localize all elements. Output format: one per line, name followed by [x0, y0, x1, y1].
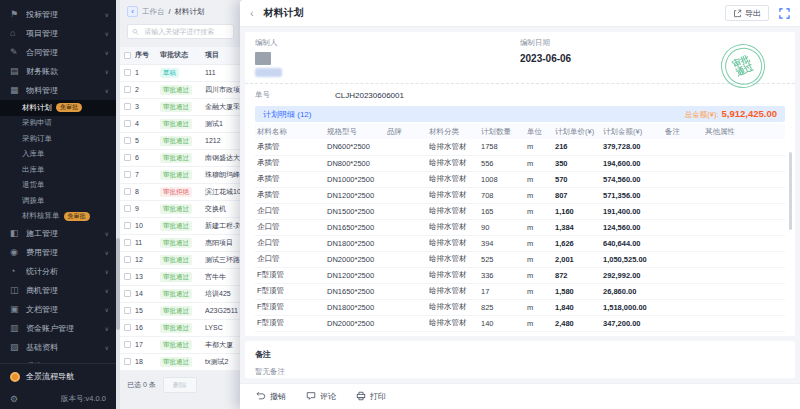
row-checkbox[interactable] — [124, 137, 131, 144]
sidebar-item-construction[interactable]: ◧施工管理∨ — [0, 224, 116, 243]
row-checkbox[interactable] — [124, 171, 131, 178]
detail-column-header: 备注 — [663, 124, 703, 139]
list-row[interactable]: 11审批通过惠阳项目 — [120, 234, 240, 251]
sidebar-subitem-purchase-request[interactable]: 采购申请 — [0, 116, 116, 132]
collapse-drawer-icon[interactable]: ‹ — [250, 7, 254, 19]
row-checkbox[interactable] — [124, 256, 131, 263]
scrollbar-thumb[interactable] — [116, 238, 120, 330]
sidebar-subitem-material-settlement[interactable]: 材料核算单免审批 — [0, 209, 116, 225]
detail-cell: F型顶管 — [255, 299, 325, 315]
fullscreen-button[interactable] — [779, 8, 790, 19]
sidebar-item-home[interactable]: ⌂项目管理∨ — [0, 24, 116, 43]
detail-cell: 216 — [553, 139, 601, 155]
detail-cell: 17 — [479, 283, 525, 299]
list-row[interactable]: 18审批通过tx测试2 — [120, 353, 240, 370]
sidebar-item-finance[interactable]: ▤财务账款∨ — [0, 62, 116, 81]
detail-cell: 574,560.00 — [601, 171, 663, 187]
list-row[interactable]: 9审批通过交换机 — [120, 200, 240, 217]
row-checkbox[interactable] — [124, 341, 131, 348]
detail-cell — [663, 299, 703, 315]
list-row[interactable]: 7审批通过珠穆朗玛峰 — [120, 166, 240, 183]
table-scrollbar[interactable] — [789, 152, 792, 230]
row-checkbox[interactable] — [124, 307, 131, 314]
sidebar-item-expense[interactable]: ◉费用管理∨ — [0, 243, 116, 262]
list-row[interactable]: 13审批通过宫牛牛 — [120, 268, 240, 285]
row-checkbox[interactable] — [124, 120, 131, 127]
list-row[interactable]: 15审批通过A23G2511 — [120, 302, 240, 319]
undo-button[interactable]: 撤销 — [256, 391, 286, 403]
select-all-checkbox[interactable] — [124, 52, 131, 59]
status-badge: 审批通过 — [160, 323, 192, 333]
export-button[interactable]: 导出 — [725, 5, 769, 21]
detail-cell: 给排水管材 — [427, 299, 479, 315]
list-row[interactable]: 17审批通过丰都大厦 — [120, 336, 240, 353]
list-row[interactable]: 4审批通过测试1 — [120, 115, 240, 132]
list-row[interactable]: 14审批通过培训425 — [120, 285, 240, 302]
detail-cell: 承插管 — [255, 171, 325, 187]
sidebar-item-label: 商机管理 — [26, 285, 99, 296]
sidebar-subitem-inbound[interactable]: 入库单 — [0, 147, 116, 163]
list-row[interactable]: 6审批通过南钢盛达大厦 — [120, 149, 240, 166]
list-row[interactable]: 8审批拒绝滨江花城10期 — [120, 183, 240, 200]
row-checkbox[interactable] — [124, 273, 131, 280]
list-row[interactable]: 5审批通过1212 — [120, 132, 240, 149]
row-checkbox[interactable] — [124, 222, 131, 229]
detail-cell — [703, 155, 785, 171]
sidebar-item-funds[interactable]: ▥资金账户管理∨ — [0, 319, 116, 338]
row-checkbox[interactable] — [124, 103, 131, 110]
page-scrollbar[interactable] — [116, 0, 120, 409]
list-row[interactable]: 16审批通过LYSC — [120, 319, 240, 336]
detail-cell — [703, 203, 785, 219]
breadcrumb-current: 材料计划 — [175, 7, 205, 17]
comment-icon — [306, 391, 316, 403]
sidebar-item-box[interactable]: ▦物料管理∨ — [0, 81, 116, 100]
gear-icon[interactable]: ⚙ — [10, 394, 18, 404]
detail-cell — [663, 171, 703, 187]
sidebar-item-flag[interactable]: ⚑投标管理∨ — [0, 5, 116, 24]
row-checkbox[interactable] — [124, 188, 131, 195]
detail-cell: DN1200*2500 — [325, 187, 385, 203]
sidebar-item-basic[interactable]: ▨基础资料∨ — [0, 338, 116, 357]
sidebar-item-contract[interactable]: ✎合同管理∨ — [0, 43, 116, 62]
breadcrumb-root[interactable]: 工作台 — [142, 7, 165, 17]
detail-row: F型顶管DN1800*2500给排水管材825m1,8401,518,000.0… — [255, 299, 785, 315]
list-row[interactable]: 1草稿111 — [120, 64, 240, 81]
detail-cell: 191,400.00 — [601, 203, 663, 219]
list-row[interactable]: 2审批通过四川市政项目 — [120, 81, 240, 98]
sidebar-subitem-transfer[interactable]: 调拨单 — [0, 193, 116, 209]
row-no: 7 — [133, 166, 158, 183]
sidebar-item-business[interactable]: ◫商机管理∨ — [0, 281, 116, 300]
row-checkbox[interactable] — [124, 239, 131, 246]
search-input[interactable] — [142, 27, 229, 36]
back-button[interactable]: ‹ — [127, 6, 138, 17]
row-checkbox[interactable] — [124, 290, 131, 297]
delete-button[interactable]: 删除 — [163, 377, 197, 393]
panorama-nav[interactable]: 全景流程导航 — [0, 364, 116, 389]
print-button[interactable]: 打印 — [356, 391, 386, 403]
sidebar-item-label: 统计分析 — [26, 266, 99, 277]
row-checkbox[interactable] — [124, 324, 131, 331]
row-checkbox[interactable] — [124, 154, 131, 161]
list-row[interactable]: 3审批通过金融大厦采购 — [120, 98, 240, 115]
list-row[interactable]: 12审批通过测试三环路 — [120, 251, 240, 268]
sidebar-subitem-purchase-order[interactable]: 采购订单 — [0, 131, 116, 147]
detail-cell: m — [525, 219, 553, 235]
row-checkbox[interactable] — [124, 205, 131, 212]
sidebar-item-doc[interactable]: ▣文档管理∨ — [0, 300, 116, 319]
detail-row: 承插管DN600*2500给排水管材1758m216379,728.00 — [255, 139, 785, 155]
comment-button[interactable]: 评论 — [306, 391, 336, 403]
detail-cell: F型顶管 — [255, 267, 325, 283]
detail-cell: 企口管 — [255, 219, 325, 235]
sidebar-subitem-material-plan[interactable]: 材料计划免审批 — [0, 100, 116, 116]
sidebar-subitem-label: 材料计划 — [22, 103, 52, 113]
sidebar-subitem-returns[interactable]: 退货单 — [0, 178, 116, 194]
row-checkbox[interactable] — [124, 86, 131, 93]
panorama-nav-icon — [10, 372, 20, 382]
detail-cell — [703, 171, 785, 187]
sidebar-subitem-outbound[interactable]: 出库单 — [0, 162, 116, 178]
row-checkbox[interactable] — [124, 358, 131, 365]
status-badge: 审批通过 — [160, 289, 192, 299]
row-checkbox[interactable] — [124, 69, 131, 76]
sidebar-item-stats[interactable]: ◔统计分析∨ — [0, 262, 116, 281]
list-row[interactable]: 10审批通过新建工程-刘 — [120, 217, 240, 234]
